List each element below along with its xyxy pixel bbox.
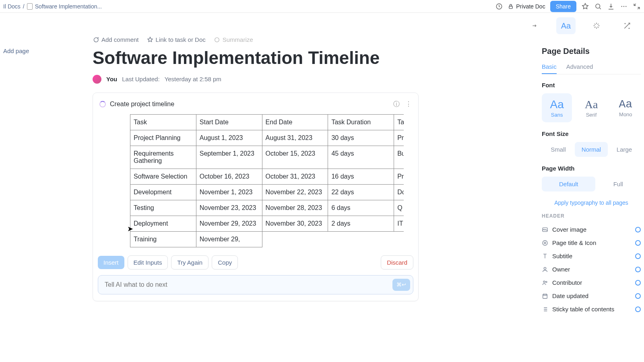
table-cell[interactable]: Q	[394, 200, 404, 216]
table-row[interactable]: Requirements GatheringSeptember 1, 2023O…	[130, 146, 404, 169]
magic-tool[interactable]	[617, 17, 637, 34]
table-row[interactable]: DevelopmentNovember 1, 2023November 22, …	[130, 184, 404, 200]
breadcrumb-root[interactable]: Il Docs	[3, 3, 21, 10]
table-cell[interactable]: Software Selection	[130, 169, 196, 184]
format-toolbar: Aa	[518, 16, 644, 35]
owner-item[interactable]: Owner	[542, 263, 641, 276]
table-cell[interactable]: October 16, 2023	[196, 169, 262, 184]
table-cell[interactable]: Development	[130, 184, 196, 200]
sticky-toc-item[interactable]: Sticky table of contents	[542, 302, 641, 316]
toggle-icon[interactable]	[635, 306, 641, 312]
add-page-button[interactable]: Add page	[3, 47, 37, 54]
typography-tool[interactable]: Aa	[556, 17, 576, 34]
insert-button[interactable]: Insert	[98, 256, 124, 269]
apply-typography-link[interactable]: Apply typography to all pages	[542, 200, 641, 206]
size-normal[interactable]: Normal	[575, 142, 608, 157]
table-cell[interactable]: Do	[394, 184, 404, 200]
table-cell[interactable]: Bu	[394, 146, 404, 169]
table-cell[interactable]: Pr	[394, 169, 404, 184]
table-cell[interactable]: August 1, 2023	[196, 130, 262, 146]
table-cell[interactable]: Requirements Gathering	[130, 146, 196, 169]
more-icon[interactable]	[620, 2, 628, 10]
cover-image-item[interactable]: Cover image	[542, 223, 641, 236]
toggle-icon[interactable]	[635, 253, 641, 259]
font-mono[interactable]: Aa Mono	[611, 93, 641, 122]
copy-button[interactable]: Copy	[212, 255, 238, 269]
toggle-icon[interactable]	[635, 293, 641, 299]
table-cell[interactable]: IT	[394, 216, 404, 231]
table-cell[interactable]: 45 days	[328, 146, 394, 169]
size-small[interactable]: Small	[542, 142, 575, 157]
breadcrumb[interactable]: Il Docs / Software Implementation...	[3, 3, 102, 10]
table-row[interactable]: Software SelectionOctober 16, 2023Octobe…	[130, 169, 404, 184]
font-serif[interactable]: Aa Serif	[576, 93, 606, 122]
spinner-icon	[99, 101, 106, 107]
toggle-icon[interactable]	[635, 280, 641, 286]
table-row[interactable]: Project PlanningAugust 1, 2023August 31,…	[130, 130, 404, 146]
collapse-icon[interactable]	[633, 2, 641, 10]
table-cell[interactable]: Project Planning	[130, 130, 196, 146]
table-cell[interactable]: 2 days	[328, 216, 394, 231]
info-icon[interactable]: ⓘ	[393, 100, 400, 109]
star-icon[interactable]	[581, 2, 589, 10]
table-cell[interactable]: October 15, 2023	[262, 146, 328, 169]
date-updated-item[interactable]: Date updated	[542, 289, 641, 302]
font-size-label: Font Size	[542, 130, 641, 137]
page-title-icon-item[interactable]: Page title & Icon	[542, 236, 641, 249]
table-cell[interactable]: Testing	[130, 200, 196, 216]
download-icon[interactable]	[607, 2, 615, 10]
table-cell[interactable]: 30 days	[328, 130, 394, 146]
try-again-button[interactable]: Try Again	[171, 255, 208, 269]
table-cell[interactable]: Deployment	[130, 216, 196, 231]
font-sans[interactable]: Aa Sans	[542, 93, 572, 122]
privacy-indicator[interactable]: Private Doc	[508, 3, 545, 10]
link-task-button[interactable]: Link to task or Doc	[147, 36, 206, 43]
table-cell[interactable]: November 1, 2023	[196, 184, 262, 200]
indent-tool[interactable]	[526, 17, 545, 34]
toggle-icon[interactable]	[635, 267, 641, 272]
avatar[interactable]	[93, 75, 101, 84]
summarize-button[interactable]: Summarize	[214, 36, 253, 43]
table-cell[interactable]: November 22, 2023	[262, 184, 328, 200]
search-icon[interactable]	[594, 2, 602, 10]
col-duration: Task Duration	[328, 114, 394, 130]
discard-button[interactable]: Discard	[381, 255, 413, 269]
sparkle-tool[interactable]	[587, 17, 606, 34]
table-cell[interactable]: 6 days	[328, 200, 394, 216]
table-cell[interactable]: 22 days	[328, 184, 394, 200]
toggle-icon[interactable]	[635, 240, 641, 246]
table-cell[interactable]: November 30, 2023	[262, 216, 328, 231]
ai-send-button[interactable]: ⌘↩	[392, 279, 410, 291]
table-row[interactable]: TestingNovember 23, 2023November 28, 202…	[130, 200, 404, 216]
timeline-table[interactable]: Task Start Date End Date Task Duration T…	[130, 114, 404, 247]
table-cell[interactable]: November 23, 2023	[196, 200, 262, 216]
history-icon[interactable]	[495, 2, 503, 10]
edit-inputs-button[interactable]: Edit Inputs	[128, 255, 168, 269]
table-cell[interactable]: October 31, 2023	[262, 169, 328, 184]
table-cell[interactable]: September 1, 2023	[196, 146, 262, 169]
contributor-item[interactable]: Contributor	[542, 276, 641, 289]
toggle-icon[interactable]	[635, 227, 641, 232]
breadcrumb-current[interactable]: Software Implementation...	[35, 3, 102, 10]
share-button[interactable]: Share	[550, 1, 576, 12]
page-title[interactable]: Software Implementation Timeline	[93, 48, 419, 68]
tab-advanced[interactable]: Advanced	[566, 63, 593, 74]
width-default[interactable]: Default	[542, 177, 595, 191]
table-cell[interactable]: November 29,	[196, 231, 262, 247]
table-cell[interactable]: November 28, 2023	[262, 200, 328, 216]
tab-basic[interactable]: Basic	[542, 63, 557, 74]
kebab-icon[interactable]: ⋮	[405, 100, 412, 109]
table-cell[interactable]: August 31, 2023	[262, 130, 328, 146]
table-cell[interactable]: Pr	[394, 130, 404, 146]
private-label: Private Doc	[516, 3, 545, 10]
size-large[interactable]: Large	[608, 142, 641, 157]
table-cell[interactable]: 16 days	[328, 169, 394, 184]
width-full[interactable]: Full	[595, 177, 641, 191]
ai-input[interactable]	[98, 275, 413, 294]
table-cell[interactable]: Training	[130, 231, 196, 247]
table-row[interactable]: DeploymentNovember 29, 2023November 30, …	[130, 216, 404, 231]
subtitle-item[interactable]: Subtitle	[542, 249, 641, 263]
add-comment-button[interactable]: Add comment	[93, 36, 139, 43]
table-cell[interactable]: November 29, 2023	[196, 216, 262, 231]
table-row[interactable]: TrainingNovember 29,	[130, 231, 404, 247]
